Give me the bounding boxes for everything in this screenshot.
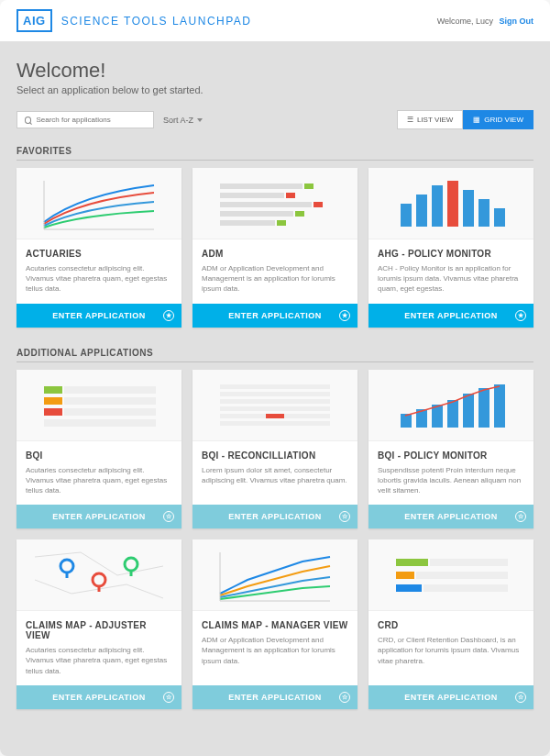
card-thumbnail <box>16 168 182 239</box>
card-description: Lorem ipsum dolor sit amet, consectetur … <box>202 465 348 485</box>
svg-rect-2 <box>220 183 302 189</box>
card-title: ACTUARIES <box>26 249 172 259</box>
star-icon[interactable]: ☆ <box>339 511 350 522</box>
card-body: CRD CRD, or Client Retention Dashboard, … <box>368 611 534 685</box>
star-icon[interactable]: ★ <box>163 310 174 321</box>
search-input[interactable] <box>36 116 146 124</box>
svg-rect-46 <box>430 559 508 566</box>
card-description: Acutaries consectetur adipiscing elit. V… <box>26 263 172 295</box>
svg-rect-28 <box>220 399 330 404</box>
app-card: ADM ADM or Application Development and M… <box>192 168 358 328</box>
enter-application-button[interactable]: ENTER APPLICATION☆ <box>368 505 534 528</box>
card-title: CRD <box>378 620 524 630</box>
card-thumbnail <box>368 370 534 441</box>
controls-left: Sort A-Z <box>16 111 203 128</box>
app-card: CRD CRD, or Client Retention Dashboard, … <box>368 539 534 709</box>
card-thumbnail <box>368 168 534 239</box>
card-thumbnail <box>192 168 358 239</box>
card-title: CLAIMS MAP - ADJUSTER VIEW <box>26 620 172 640</box>
enter-application-button[interactable]: ENTER APPLICATION★ <box>192 304 358 328</box>
star-icon[interactable]: ☆ <box>339 692 350 703</box>
svg-point-42 <box>125 558 138 571</box>
card-thumbnail <box>192 539 358 611</box>
enter-application-button[interactable]: ENTER APPLICATION☆ <box>192 505 358 528</box>
grid-view-button[interactable]: ▦ GRID VIEW <box>463 110 534 129</box>
star-icon[interactable]: ★ <box>339 310 350 321</box>
enter-application-button[interactable]: ENTER APPLICATION★ <box>16 304 182 328</box>
star-icon[interactable]: ★ <box>515 310 526 321</box>
view-toggle: ☰ LIST VIEW ▦ GRID VIEW <box>397 110 534 129</box>
favorites-heading: FAVORITES <box>16 146 534 161</box>
header-left: AIG SCIENCE TOOLS LAUNCHPAD <box>16 9 252 32</box>
svg-point-41 <box>93 573 105 586</box>
svg-rect-14 <box>432 185 443 227</box>
card-title: AHG - POLICY MONITOR <box>378 249 524 259</box>
svg-rect-7 <box>314 202 323 207</box>
app-card: BQI Acutaries consectetur adipiscing eli… <box>16 370 182 529</box>
svg-rect-8 <box>220 211 293 217</box>
app-card: BQI - POLICY MONITOR Suspendisse potenti… <box>368 370 534 529</box>
card-description: Suspendisse potenti Proin interdum neque… <box>378 465 524 496</box>
svg-rect-12 <box>401 204 412 227</box>
svg-rect-22 <box>64 397 156 405</box>
card-body: ACTUARIES Acutaries consectetur adipisci… <box>16 239 182 304</box>
header-right: Welcome, Lucy Sign Out <box>437 17 534 26</box>
svg-rect-17 <box>478 199 490 227</box>
svg-rect-36 <box>447 400 458 428</box>
card-thumbnail <box>16 539 182 611</box>
svg-rect-32 <box>266 414 284 418</box>
svg-rect-13 <box>416 195 427 227</box>
svg-rect-9 <box>295 211 304 217</box>
star-icon[interactable]: ☆ <box>515 692 526 703</box>
app-card: AHG - POLICY MONITOR ACH - Policy Monito… <box>368 168 534 328</box>
additional-grid: BQI Acutaries consectetur adipiscing eli… <box>16 370 534 709</box>
card-thumbnail <box>16 370 182 441</box>
card-body: CLAIMS MAP - ADJUSTER VIEW Acutaries con… <box>16 611 182 685</box>
search-input-wrapper[interactable] <box>16 111 154 128</box>
svg-rect-47 <box>396 572 414 579</box>
list-view-button[interactable]: ☰ LIST VIEW <box>397 110 463 129</box>
svg-rect-25 <box>44 419 156 427</box>
card-body: BQI - RECONCILLIATION Lorem ipsum dolor … <box>192 441 358 506</box>
additional-heading: ADDITIONAL APPLICATIONS <box>16 348 534 362</box>
svg-rect-19 <box>44 386 62 394</box>
card-description: CRD, or Client Retention Dashboard, is a… <box>378 635 524 666</box>
svg-point-40 <box>60 560 73 573</box>
svg-rect-10 <box>220 220 275 226</box>
enter-application-button[interactable]: ENTER APPLICATION☆ <box>16 505 182 528</box>
card-thumbnail <box>368 539 534 611</box>
svg-rect-38 <box>478 388 490 428</box>
enter-application-button[interactable]: ENTER APPLICATION☆ <box>368 685 534 709</box>
welcome-user: Welcome, Lucy <box>437 17 493 26</box>
sign-out-link[interactable]: Sign Out <box>500 17 534 26</box>
enter-application-button[interactable]: ENTER APPLICATION☆ <box>192 685 358 709</box>
card-body: ADM ADM or Application Development and M… <box>192 239 358 304</box>
logo: AIG <box>16 9 52 32</box>
star-icon[interactable]: ☆ <box>163 692 174 703</box>
svg-rect-5 <box>286 193 295 198</box>
card-body: BQI - POLICY MONITOR Suspendisse potenti… <box>368 441 534 506</box>
main-content: Welcome! Select an application below to … <box>0 42 550 756</box>
svg-rect-21 <box>44 397 62 405</box>
sort-dropdown[interactable]: Sort A-Z <box>163 116 203 125</box>
card-body: BQI Acutaries consectetur adipiscing eli… <box>16 441 182 506</box>
card-title: BQI - POLICY MONITOR <box>378 450 524 461</box>
app-card: CLAIMS MAP - MANAGER VIEW ADM or Applica… <box>192 539 358 709</box>
app-card: CLAIMS MAP - ADJUSTER VIEW Acutaries con… <box>16 539 182 709</box>
star-icon[interactable]: ☆ <box>515 511 526 522</box>
star-icon[interactable]: ☆ <box>163 511 174 522</box>
chevron-down-icon <box>197 118 203 122</box>
search-icon <box>25 117 31 124</box>
card-body: AHG - POLICY MONITOR ACH - Policy Monito… <box>368 239 534 304</box>
enter-application-button[interactable]: ENTER APPLICATION★ <box>368 304 534 328</box>
enter-application-button[interactable]: ENTER APPLICATION☆ <box>16 685 182 709</box>
svg-rect-24 <box>64 408 156 416</box>
favorites-grid: ACTUARIES Acutaries consectetur adipisci… <box>16 168 534 328</box>
card-body: CLAIMS MAP - MANAGER VIEW ADM or Applica… <box>192 611 358 685</box>
svg-rect-45 <box>396 559 428 566</box>
svg-rect-26 <box>220 384 330 389</box>
svg-rect-37 <box>463 394 474 428</box>
sort-label: Sort A-Z <box>163 116 193 125</box>
svg-rect-27 <box>220 392 330 396</box>
list-icon: ☰ <box>407 116 413 124</box>
